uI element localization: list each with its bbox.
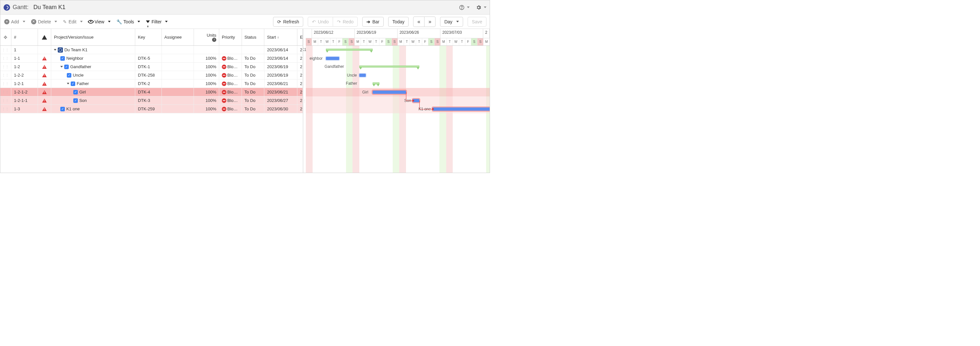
- col-start[interactable]: Start ↑: [264, 29, 298, 45]
- grid-body: ⋮⋮1Du Team K12023/06/142⋮⋮1-1NeighborDTK…: [0, 46, 303, 113]
- timeline-day-label: F: [422, 38, 428, 45]
- cell-status: To Do: [242, 105, 265, 113]
- drag-handle[interactable]: ⋮⋮: [0, 80, 11, 88]
- gantt-task-bar[interactable]: [433, 107, 490, 111]
- col-status[interactable]: Status: [242, 29, 265, 45]
- cell-units: 100%: [194, 105, 219, 113]
- blocker-icon: [222, 73, 226, 78]
- timeline-week-label: 2023/06/12: [312, 29, 355, 38]
- gantt-parent-bar[interactable]: [326, 49, 372, 51]
- table-row[interactable]: ⋮⋮1Du Team K12023/06/142: [0, 46, 303, 54]
- cell-name[interactable]: Uncle: [51, 71, 135, 79]
- timeline-day-label: S: [342, 38, 348, 45]
- col-key[interactable]: Key: [135, 29, 162, 45]
- gantt-parent-bar[interactable]: [359, 65, 419, 67]
- cell-units: 100%: [194, 80, 219, 88]
- warning-icon: [42, 56, 47, 61]
- cell-units: 100%: [194, 71, 219, 79]
- gantt-task-bar[interactable]: [359, 74, 366, 77]
- row-name: Father: [76, 81, 89, 86]
- cell-name[interactable]: Gandfather: [51, 63, 135, 71]
- drag-handle[interactable]: ⋮⋮: [0, 71, 11, 79]
- expander-icon[interactable]: [54, 49, 56, 51]
- redo-button[interactable]: ↷ Redo: [333, 17, 358, 27]
- table-row[interactable]: ⋮⋮1-2-1-2GirlDTK-4100%Blo…To Do2023/06/2…: [0, 88, 303, 96]
- drag-handle[interactable]: ⋮⋮: [0, 46, 11, 54]
- drag-handle[interactable]: ⋮⋮: [0, 105, 11, 113]
- delete-button[interactable]: ✕ Delete: [30, 18, 58, 26]
- blocker-icon: [222, 81, 226, 86]
- save-button[interactable]: Save: [468, 17, 487, 27]
- refresh-icon: ⟳: [277, 19, 281, 24]
- drag-handle[interactable]: ⋮⋮: [0, 63, 11, 71]
- undo-button[interactable]: ↶ Undo: [308, 17, 333, 27]
- cell-number: 1: [11, 46, 38, 54]
- col-priority[interactable]: Priority: [219, 29, 242, 45]
- col-start-label: Start: [267, 35, 276, 40]
- task-check-icon: [71, 81, 75, 86]
- cell-name[interactable]: Father: [51, 80, 135, 88]
- nav-prev-button[interactable]: [413, 16, 425, 27]
- table-row[interactable]: ⋮⋮1-2-2UncleDTK-258100%Blo…To Do2023/06/…: [0, 71, 303, 80]
- cell-start: 2023/06/14: [264, 46, 298, 54]
- col-units[interactable]: Units ?: [194, 29, 219, 45]
- table-row[interactable]: ⋮⋮1-2-1FatherDTK-2100%Blo…To Do2023/06/2…: [0, 80, 303, 88]
- cell-name[interactable]: Son: [51, 96, 135, 105]
- warning-icon: [42, 73, 47, 77]
- table-row[interactable]: ⋮⋮1-2-1-1SonDTK-3100%Blo…To Do2023/06/27…: [0, 96, 303, 105]
- filter-label: Filter: [151, 19, 162, 24]
- tools-button[interactable]: 🔧 Tools: [116, 18, 141, 26]
- nav-next-button[interactable]: [424, 16, 436, 27]
- col-warning[interactable]: [38, 29, 52, 45]
- settings-icon[interactable]: [476, 4, 482, 11]
- drag-handle[interactable]: ⋮⋮: [0, 54, 11, 62]
- drag-dots-icon: ⋮⋮: [2, 82, 9, 85]
- cell-assignee: [162, 46, 194, 54]
- timeline-body[interactable]: eam K1eighborGandfatherUncleFatherGirlSo…: [306, 46, 490, 173]
- table-row[interactable]: ⋮⋮1-2GandfatherDTK-1100%Blo…To Do2023/06…: [0, 63, 303, 71]
- drag-handle[interactable]: ⋮⋮: [0, 88, 11, 96]
- col-end[interactable]: E: [298, 29, 303, 45]
- cell-warning: [38, 88, 52, 96]
- drag-dots-icon: ⋮⋮: [2, 73, 9, 77]
- cell-start: 2023/06/21: [264, 88, 298, 96]
- help-menu-chevron-icon[interactable]: [467, 6, 469, 8]
- gantt-parent-bar[interactable]: [372, 83, 379, 85]
- bar-button[interactable]: ➔ Bar: [362, 17, 383, 27]
- cell-assignee: [162, 80, 194, 88]
- table-row[interactable]: ⋮⋮1-3K1 oneDTK-259100%Blo…To Do2023/06/3…: [0, 105, 303, 113]
- undo-redo-group: ↶ Undo ↷ Redo: [308, 17, 358, 27]
- table-row[interactable]: ⋮⋮1-1NeighborDTK-5100%Blo…To Do2023/06/1…: [0, 54, 303, 63]
- cell-key: DTK-4: [135, 88, 162, 96]
- scale-button[interactable]: Day: [440, 17, 463, 27]
- gantt-task-bar[interactable]: [326, 57, 339, 60]
- cell-key: [135, 46, 162, 54]
- refresh-button[interactable]: ⟳ Refresh: [273, 17, 303, 27]
- timeline-day-label: T: [404, 38, 410, 45]
- col-assignee[interactable]: Assignee: [162, 29, 194, 45]
- col-name[interactable]: Project/Version/Issue: [51, 29, 135, 45]
- cell-number: 1-2: [11, 63, 38, 71]
- col-name-label: Project/Version/Issue: [54, 35, 93, 40]
- add-button[interactable]: + Add: [3, 18, 26, 26]
- cell-name[interactable]: Du Team K1: [51, 46, 135, 54]
- col-drag[interactable]: ✥: [0, 29, 11, 45]
- settings-menu-chevron-icon[interactable]: [484, 6, 487, 8]
- expander-icon[interactable]: [60, 66, 63, 67]
- today-button[interactable]: Today: [388, 17, 409, 27]
- cell-start: 2023/06/27: [264, 96, 298, 105]
- cell-name[interactable]: K1 one: [51, 105, 135, 113]
- cell-assignee: [162, 88, 194, 96]
- help-circle-icon[interactable]: ?: [212, 38, 216, 42]
- filter-button[interactable]: Filter: [145, 18, 168, 26]
- view-button[interactable]: View: [88, 18, 111, 26]
- cell-name[interactable]: Neighbor: [51, 54, 135, 62]
- drag-handle[interactable]: ⋮⋮: [0, 96, 11, 105]
- gantt-task-bar[interactable]: [372, 91, 406, 94]
- timeline-day-label: F: [379, 38, 386, 45]
- edit-button[interactable]: ✎ Edit: [62, 18, 83, 26]
- expander-icon[interactable]: [67, 83, 69, 85]
- help-icon[interactable]: [458, 4, 465, 11]
- col-number[interactable]: #: [11, 29, 38, 45]
- cell-name[interactable]: Girl: [51, 88, 135, 96]
